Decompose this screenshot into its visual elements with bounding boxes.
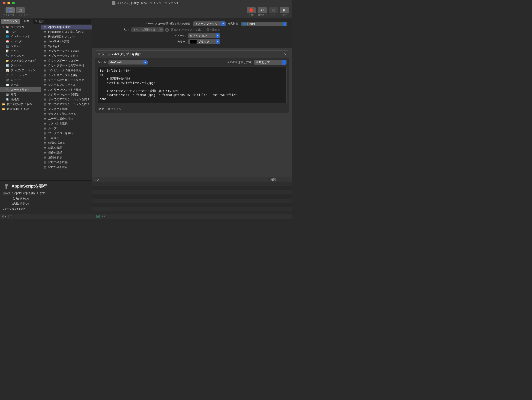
action-item[interactable]: Finder項目をゴミ箱に入れる [41,30,92,34]
results-tab[interactable]: 結果 [99,107,104,111]
action-item[interactable]: シェルスクリプトを実行 [41,73,92,78]
action-label: すべてのアプリケーションを終了 [48,102,90,106]
search-target-dropdown[interactable]: 🔵Finder [241,22,287,26]
color-dropdown[interactable]: ブラック [188,39,220,44]
action-item[interactable]: JavaScriptを実行 [41,39,92,44]
category-item[interactable]: ✉️メール [0,82,41,87]
action-item[interactable]: コンピュータの音量を設定 [41,68,92,73]
panel-toggle-icon[interactable] [8,215,12,218]
search-box[interactable] [33,19,91,24]
action-item[interactable]: すべてのアプリケーションを隠す [41,97,92,102]
svg-rect-79 [104,217,105,218]
category-item[interactable]: 📇連絡先 [0,97,41,102]
action-item[interactable]: テキストを読み上げる [41,111,92,116]
step-button[interactable] [258,7,267,13]
action-item[interactable]: Spotlight [41,44,92,49]
disclosure-triangle[interactable]: ▼ [98,53,101,56]
action-item[interactable]: 変数の値を設定 [41,165,92,170]
action-label: システムプロファイル [48,83,76,87]
action-item[interactable]: クリップボードの内容を取得 [41,63,92,68]
replace-text-checkbox[interactable] [165,28,169,31]
stop-button[interactable] [269,7,278,13]
media-toggle-button[interactable] [16,7,25,13]
action-item[interactable]: アプリケーションを起動 [41,49,92,54]
category-item[interactable]: 📅カレンダー [0,39,41,44]
action-item[interactable]: ディスクを作成 [41,107,92,111]
library-toggle-button[interactable] [6,7,15,13]
action-item[interactable]: ループ [41,126,92,131]
log-column-header[interactable]: ログ [92,177,269,182]
action-item[interactable]: システムプロファイル [41,82,92,87]
category-item[interactable]: 📂最近追加したもの [0,107,41,111]
window-close-button[interactable] [3,2,6,4]
run-button[interactable] [280,7,289,13]
category-item[interactable]: 🌐インターネット [0,34,41,39]
info-version-label: バージョン: [3,207,18,211]
action-icon [43,78,47,82]
record-button[interactable] [247,7,256,13]
settings-gear-icon[interactable]: ⚙▾ [2,215,6,218]
pass-input-dropdown[interactable]: 引数として [254,60,286,65]
action-item[interactable]: ワークフローを実行 [41,131,92,136]
input-dropdown[interactable]: すべての選択項目 [131,27,164,32]
category-item[interactable]: 📁ファイルとフォルダ [0,58,41,63]
category-item[interactable]: 🖼写真 [0,92,41,97]
action-item[interactable]: ユーザの操作を待つ [41,116,92,121]
category-item[interactable]: 💻システム [0,44,41,49]
category-item[interactable]: 📂使用回数が多いもの [0,102,41,107]
category-label: システム [11,44,22,48]
window-minimize-button[interactable] [7,2,10,4]
action-item[interactable]: スクリーンセーバを開始 [41,92,92,97]
category-item[interactable]: 🔨ユーティリティ [0,87,41,92]
list-view-icon[interactable] [96,215,100,218]
category-list[interactable]: ▼📚ライブラリ📄PDF🌐インターネット📅カレンダー💻システム📝テキスト🔧デベロッ… [0,25,41,180]
action-card-close[interactable]: ✕ [284,53,286,56]
action-list[interactable]: AppleScriptを実行Finder項目をゴミ箱に入れるFinder項目をプ… [41,25,92,180]
shell-dropdown[interactable]: /bin/bash [108,60,148,65]
action-item[interactable]: 通知を表示 [41,155,92,160]
tab-action[interactable]: アクション [1,19,20,24]
action-item[interactable]: 変数の値を取得 [41,160,92,165]
category-label: フォント [11,64,22,68]
action-item[interactable]: すべてのアプリケーションを終了 [41,102,92,107]
action-item[interactable]: AppleScriptを実行 [41,25,92,30]
category-item[interactable]: 📊プレゼンテーション [0,68,41,73]
tab-variables[interactable]: 変数 [21,19,32,24]
svg-rect-35 [44,95,45,96]
category-item[interactable]: 🎬ムービー [0,78,41,82]
action-item[interactable]: 一時停止 [41,136,92,141]
action-icon [43,40,47,43]
log-row [92,186,292,190]
search-input[interactable] [38,20,90,23]
action-item[interactable]: 操作を記録 [41,150,92,155]
action-item[interactable]: Finder項目をプリント [41,34,92,39]
action-item[interactable]: 確認を求める [41,141,92,145]
action-item[interactable]: システムの外観モードを変更 [41,78,92,82]
action-card-title: シェルスクリプトを実行 [108,52,141,56]
category-item[interactable]: 🔧デベロッパ [0,54,41,58]
window-zoom-button[interactable] [12,2,15,4]
category-item[interactable]: 📄PDF [0,30,41,34]
category-item[interactable]: 🔤フォント [0,63,41,68]
category-item[interactable]: ▼📚ライブラリ [0,25,41,30]
receives-dropdown[interactable]: イメージファイル [193,21,226,26]
action-icon [43,98,47,101]
action-item[interactable]: クリップボードにコピー [41,58,92,63]
image-dropdown[interactable]: ⚙ アクション [188,33,220,38]
action-label: Spotlight [48,45,59,48]
category-item[interactable]: 🎵ミュージック [0,73,41,78]
flow-view-icon[interactable] [102,215,105,218]
workflow-canvas[interactable]: ▼ >_ シェルスクリプトを実行 ✕ シェル: /bin/bash 入力の引き渡… [92,48,292,177]
action-item[interactable]: リストから選択 [41,121,92,126]
action-label: ワークフローを実行 [48,131,73,135]
category-item[interactable]: 📝テキスト [0,49,41,54]
time-column-header[interactable]: 時間 [269,177,292,182]
options-tab[interactable]: オプション [108,107,122,111]
action-item[interactable]: スクリーンショットを撮る [41,87,92,92]
action-item[interactable]: 結果を表示 [41,145,92,150]
window-title-text: JPEGへ (Quality 85%)（クイックアクション） [117,1,179,5]
action-icon [43,59,47,63]
action-icon [43,132,47,135]
action-item[interactable]: アプリケーションを終了 [41,54,92,58]
script-textarea[interactable]: for infile in "$@" do # 拡張子付け替え outfile=… [98,67,286,103]
